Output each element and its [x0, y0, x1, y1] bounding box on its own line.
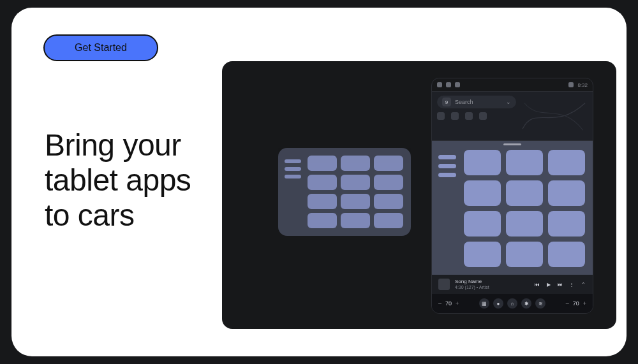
more-icon[interactable]: ⋮: [568, 281, 575, 288]
list-item: [438, 173, 456, 177]
grid-tile: [506, 180, 543, 206]
grid-tile: [548, 211, 585, 237]
album-art: [438, 279, 450, 290]
grid-tile: [464, 242, 501, 267]
temp-up-icon[interactable]: +: [456, 300, 459, 307]
grid-tile: [374, 213, 403, 228]
fan-icon[interactable]: ✱: [521, 298, 531, 309]
grid-tile: [464, 211, 501, 237]
song-subtitle: 4:30 (127) • Artist: [455, 285, 529, 290]
list-item: [438, 164, 456, 168]
tablet-mock: [278, 148, 411, 236]
search-badge: 9: [442, 98, 451, 106]
grid-tile: [308, 175, 337, 190]
headline: Bring your tablet apps to cars: [45, 127, 191, 233]
grid-tile: [548, 242, 585, 267]
grid-tile: [464, 150, 501, 175]
car-app-grid: [464, 150, 585, 267]
map-illustration: [521, 98, 586, 135]
grid-tile: [341, 156, 370, 171]
grid-tile: [374, 156, 403, 171]
right-temperature: 70: [573, 300, 579, 307]
tablet-sidebar: [285, 156, 308, 228]
status-bar: 8:32: [432, 78, 593, 91]
car-display-mock: 8:32 9 Search ⌄: [431, 78, 593, 314]
grid-tile: [374, 194, 403, 209]
status-icon: [437, 82, 442, 87]
search-placeholder: Search: [455, 99, 473, 105]
grid-tile: [341, 213, 370, 228]
temp-down-icon[interactable]: –: [566, 300, 569, 307]
mic-icon[interactable]: ●: [493, 298, 503, 309]
grid-tile: [506, 211, 543, 237]
temp-up-icon[interactable]: +: [583, 300, 586, 307]
now-playing-bar: Song Name 4:30 (127) • Artist ⏮ ▶ ⏭ ⋮ ⌃: [432, 275, 593, 294]
previous-icon[interactable]: ⏮: [534, 281, 540, 288]
list-item: [438, 155, 456, 159]
chevron-up-icon[interactable]: ⌃: [580, 281, 586, 288]
grid-tile: [548, 180, 585, 206]
list-item: [285, 175, 301, 178]
grid-tile: [308, 213, 337, 228]
get-started-button[interactable]: Get Started: [43, 34, 158, 61]
list-item: [285, 159, 301, 163]
play-icon[interactable]: ▶: [545, 281, 552, 288]
grid-tile: [506, 242, 543, 267]
map-chip[interactable]: [465, 112, 473, 120]
status-icon: [446, 82, 451, 87]
list-item: [285, 167, 301, 171]
climate-bar: – 70 + ▦ ● ⌂ ✱ ≋ – 70 +: [432, 294, 593, 313]
map-search[interactable]: 9 Search ⌄: [437, 96, 516, 108]
defrost-icon[interactable]: ≋: [535, 298, 545, 309]
next-icon[interactable]: ⏭: [557, 281, 563, 288]
map-chip[interactable]: [479, 112, 487, 120]
app-sidebar: [438, 150, 464, 267]
apps-icon[interactable]: ▦: [479, 298, 489, 309]
car-app-pane: [432, 141, 593, 275]
map-chip[interactable]: [437, 112, 445, 120]
grid-tile: [506, 150, 543, 175]
device-showcase-panel: 8:32 9 Search ⌄: [222, 61, 616, 329]
map-panel: 9 Search ⌄: [432, 91, 593, 141]
cta-label: Get Started: [75, 42, 127, 54]
left-temperature: 70: [445, 300, 452, 307]
signal-icon: [568, 82, 574, 87]
grid-tile: [341, 194, 370, 209]
grid-tile: [374, 175, 403, 190]
grid-tile: [308, 156, 337, 171]
grid-tile: [308, 194, 337, 209]
song-title: Song Name: [455, 279, 529, 285]
home-icon[interactable]: ⌂: [507, 298, 517, 309]
grid-tile: [341, 175, 370, 190]
status-time: 8:32: [577, 82, 588, 88]
grid-tile: [548, 150, 585, 175]
grid-tile: [464, 180, 501, 206]
chevron-down-icon: ⌄: [506, 99, 511, 105]
map-chip[interactable]: [451, 112, 459, 120]
status-icon: [455, 82, 460, 87]
tablet-app-grid: [308, 156, 403, 228]
temp-down-icon[interactable]: –: [438, 300, 441, 307]
slide-card: Get Started Bring your tablet apps to ca…: [11, 8, 627, 356]
